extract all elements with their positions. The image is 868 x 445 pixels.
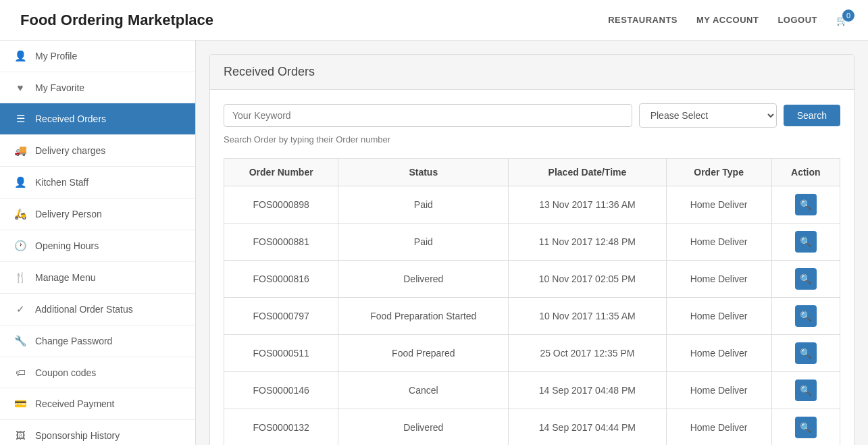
cell-order-number: FOS0000816 <box>224 261 338 298</box>
sidebar-item-label: Sponsorship History <box>35 430 120 441</box>
cell-action: 🔍 <box>771 186 840 224</box>
main-content: Received Orders Please Select Paid Deliv… <box>196 41 868 445</box>
cell-order-type: Home Deliver <box>666 372 771 409</box>
view-button[interactable]: 🔍 <box>795 379 817 401</box>
search-hint: Search Order by typing their Order numbe… <box>224 134 840 145</box>
cell-date-time: 11 Nov 2017 12:48 PM <box>509 224 666 261</box>
cell-status: Delivered <box>338 409 509 446</box>
cart-button[interactable]: 🛒 0 <box>836 15 848 26</box>
col-order-type: Order Type <box>666 159 771 186</box>
page-layout: 👤 My Profile ♥ My Favorite ☰ Received Or… <box>0 41 868 445</box>
received-orders-section: Received Orders Please Select Paid Deliv… <box>209 54 854 445</box>
col-status: Status <box>338 159 509 186</box>
table-row: FOS0000898 Paid 13 Nov 2017 11:36 AM Hom… <box>224 186 840 224</box>
cell-order-number: FOS0000881 <box>224 224 338 261</box>
orders-table: Order Number Status Placed Date/Time Ord… <box>224 158 840 445</box>
sidebar-item-my-profile[interactable]: 👤 My Profile <box>0 41 195 72</box>
view-button[interactable]: 🔍 <box>795 342 817 364</box>
search-input[interactable] <box>224 104 632 127</box>
nav-restaurants[interactable]: RESTAURANTS <box>608 15 678 25</box>
sidebar-item-received-payment[interactable]: 💳 Received Payment <box>0 388 195 420</box>
cell-action: 🔍 <box>771 298 840 335</box>
search-bar: Please Select Paid Delivered Food Prepar… <box>224 103 840 128</box>
site-logo: Food Ordering Marketplace <box>20 11 213 29</box>
table-row: FOS0000511 Food Prepared 25 Oct 2017 12:… <box>224 335 840 372</box>
nav-logout[interactable]: LOGOUT <box>777 15 817 25</box>
delivery-icon: 🚚 <box>14 145 27 157</box>
view-button[interactable]: 🔍 <box>795 231 817 253</box>
status-select[interactable]: Please Select Paid Delivered Food Prepar… <box>639 103 777 128</box>
table-row: FOS0000132 Delivered 14 Sep 2017 04:44 P… <box>224 409 840 446</box>
payment-icon: 💳 <box>14 398 27 410</box>
sidebar-item-label: Received Orders <box>35 113 106 124</box>
sidebar-item-label: Opening Hours <box>35 240 99 251</box>
cell-action: 🔍 <box>771 335 840 372</box>
sidebar-item-delivery-person[interactable]: 🛵 Delivery Person <box>0 199 195 230</box>
cell-status: Cancel <box>338 372 509 409</box>
sidebar-item-label: My Favorite <box>35 82 84 93</box>
sidebar-item-opening-hours[interactable]: 🕐 Opening Hours <box>0 230 195 262</box>
view-button[interactable]: 🔍 <box>795 268 817 290</box>
cell-action: 🔍 <box>771 409 840 446</box>
cell-status: Delivered <box>338 261 509 298</box>
sidebar-item-received-orders[interactable]: ☰ Received Orders <box>0 103 195 135</box>
header: Food Ordering Marketplace RESTAURANTS MY… <box>0 0 868 41</box>
cell-order-number: FOS0000132 <box>224 409 338 446</box>
profile-icon: 👤 <box>14 50 27 62</box>
cell-action: 🔍 <box>771 372 840 409</box>
check-icon: ✓ <box>14 303 27 315</box>
cell-action: 🔍 <box>771 261 840 298</box>
coupon-icon: 🏷 <box>14 367 27 378</box>
sidebar-item-label: Delivery Person <box>35 209 102 219</box>
view-button[interactable]: 🔍 <box>795 305 817 327</box>
clock-icon: 🕐 <box>14 240 27 252</box>
section-title: Received Orders <box>210 55 854 90</box>
sidebar-item-change-password[interactable]: 🔧 Change Password <box>0 325 195 357</box>
sidebar-item-label: Kitchen Staff <box>35 177 88 188</box>
header-nav: RESTAURANTS MY ACCOUNT LOGOUT 🛒 0 <box>608 15 848 26</box>
sidebar-item-my-favorite[interactable]: ♥ My Favorite <box>0 72 195 103</box>
cart-badge: 0 <box>842 9 854 22</box>
cell-order-number: FOS0000797 <box>224 298 338 335</box>
cell-date-time: 13 Nov 2017 11:36 AM <box>509 186 666 224</box>
cell-order-type: Home Deliver <box>666 335 771 372</box>
view-button[interactable]: 🔍 <box>795 417 817 438</box>
col-action: Action <box>771 159 840 186</box>
sidebar-item-label: Change Password <box>35 336 112 346</box>
sidebar: 👤 My Profile ♥ My Favorite ☰ Received Or… <box>0 41 196 445</box>
sponsorship-icon: 🖼 <box>14 429 27 441</box>
cell-status: Paid <box>338 186 509 224</box>
table-body: FOS0000898 Paid 13 Nov 2017 11:36 AM Hom… <box>224 186 840 446</box>
sidebar-item-label: Manage Menu <box>35 272 96 283</box>
sidebar-item-sponsorship-history[interactable]: 🖼 Sponsorship History <box>0 420 195 445</box>
table-head: Order Number Status Placed Date/Time Ord… <box>224 159 840 186</box>
sidebar-item-delivery-charges[interactable]: 🚚 Delivery charges <box>0 135 195 167</box>
sidebar-item-kitchen-staff[interactable]: 👤 Kitchen Staff <box>0 167 195 199</box>
col-order-number: Order Number <box>224 159 338 186</box>
cell-status: Food Preparation Started <box>338 298 509 335</box>
cell-date-time: 14 Sep 2017 04:44 PM <box>509 409 666 446</box>
sidebar-item-label: Delivery charges <box>35 145 105 156</box>
search-button[interactable]: Search <box>784 105 840 126</box>
table-row: FOS0000146 Cancel 14 Sep 2017 04:48 PM H… <box>224 372 840 409</box>
sidebar-item-label: Additional Order Status <box>35 304 133 315</box>
cell-status: Food Prepared <box>338 335 509 372</box>
sidebar-item-manage-menu[interactable]: 🍴 Manage Menu <box>0 262 195 294</box>
cell-order-type: Home Deliver <box>666 186 771 224</box>
cell-order-type: Home Deliver <box>666 261 771 298</box>
cell-status: Paid <box>338 224 509 261</box>
view-button[interactable]: 🔍 <box>795 194 817 215</box>
cell-order-type: Home Deliver <box>666 409 771 446</box>
cell-date-time: 10 Nov 2017 02:05 PM <box>509 261 666 298</box>
sidebar-item-label: My Profile <box>35 51 77 61</box>
col-date-time: Placed Date/Time <box>509 159 666 186</box>
orders-icon: ☰ <box>14 113 27 125</box>
sidebar-item-coupon-codes[interactable]: 🏷 Coupon codes <box>0 357 195 388</box>
sidebar-item-label: Received Payment <box>35 398 115 409</box>
table-row: FOS0000881 Paid 11 Nov 2017 12:48 PM Hom… <box>224 224 840 261</box>
nav-my-account[interactable]: MY ACCOUNT <box>696 15 759 25</box>
delivery-person-icon: 🛵 <box>14 208 27 220</box>
table-row: FOS0000816 Delivered 10 Nov 2017 02:05 P… <box>224 261 840 298</box>
sidebar-item-additional-order-status[interactable]: ✓ Additional Order Status <box>0 294 195 325</box>
password-icon: 🔧 <box>14 335 27 347</box>
